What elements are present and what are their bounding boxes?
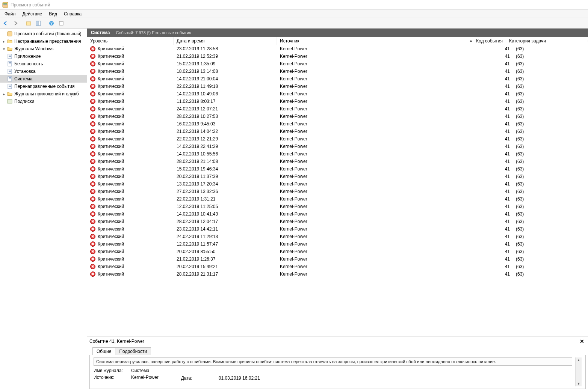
- event-level: Критический: [98, 226, 124, 232]
- expand-collapsed-icon[interactable]: ▸: [2, 92, 6, 96]
- tree-windows-logs[interactable]: ▾ Журналы Windows: [0, 45, 87, 53]
- nav-back-button[interactable]: [2, 19, 10, 27]
- expand-expanded-icon[interactable]: ▾: [2, 47, 6, 51]
- event-row[interactable]: ✖Критический14.02.2019 10:41:43Kernel-Po…: [87, 210, 588, 218]
- event-row[interactable]: ✖Критический23.02.2019 11:28:58Kernel-Po…: [87, 45, 588, 53]
- event-source: Kernel-Power: [277, 106, 483, 112]
- event-row[interactable]: ✖Критический15.02.2019 1:35:09Kernel-Pow…: [87, 60, 588, 68]
- event-level: Критический: [98, 241, 124, 247]
- menu-action[interactable]: Действие: [20, 11, 45, 17]
- critical-icon: ✖: [90, 241, 95, 247]
- event-row[interactable]: ✖Критический24.02.2019 11:29:13Kernel-Po…: [87, 233, 588, 240]
- toolbar-btn-1[interactable]: [24, 19, 33, 27]
- nav-forward-button[interactable]: [11, 19, 20, 27]
- event-row[interactable]: ✖Критический22.02.2019 11:49:18Kernel-Po…: [87, 83, 588, 90]
- event-level: Критический: [98, 61, 124, 66]
- critical-icon: ✖: [90, 256, 95, 262]
- col-level[interactable]: Уровень: [87, 37, 174, 45]
- menu-file[interactable]: Файл: [2, 11, 19, 17]
- event-date: 18.02.2019 13:14:08: [174, 69, 277, 74]
- event-row[interactable]: ✖Критический18.02.2019 13:14:08Kernel-Po…: [87, 68, 588, 75]
- tab-general[interactable]: Общие: [92, 347, 115, 355]
- tree-subscriptions[interactable]: Подписки: [0, 98, 87, 105]
- tree-log-system[interactable]: Система: [0, 75, 87, 83]
- event-row[interactable]: ✖Критический21.02.2019 14:04:22Kernel-Po…: [87, 128, 588, 135]
- tree-root[interactable]: Просмотр событий (Локальный): [0, 30, 87, 38]
- event-source: Kernel-Power: [277, 144, 483, 149]
- menubar: Файл Действие Вид Справка: [0, 10, 588, 18]
- event-row[interactable]: ✖Критический28.02.2019 21:31:17Kernel-Po…: [87, 270, 588, 278]
- event-date: 23.02.2019 11:28:58: [174, 46, 277, 51]
- tab-details[interactable]: Подробности: [115, 347, 151, 355]
- col-category[interactable]: Категория задачи: [506, 37, 581, 45]
- event-code: 41: [483, 106, 513, 112]
- event-row[interactable]: ✖Критический12.02.2019 11:57:47Kernel-Po…: [87, 240, 588, 248]
- toolbar-separator: [45, 20, 45, 27]
- tree-log-setup[interactable]: Установка: [0, 68, 87, 75]
- svg-rect-31: [8, 100, 12, 103]
- event-row[interactable]: ✖Критический15.02.2019 19:46:34Kernel-Po…: [87, 165, 588, 173]
- details-scrollbar[interactable]: ▲ ▼: [575, 357, 582, 386]
- help-button[interactable]: ?: [47, 19, 56, 27]
- event-row[interactable]: ✖Критический16.02.2019 9:45:03Kernel-Pow…: [87, 120, 588, 128]
- event-source: Kernel-Power: [277, 256, 483, 262]
- toolbar-btn-3[interactable]: [57, 19, 65, 27]
- event-code: 41: [483, 166, 513, 172]
- event-row[interactable]: ✖Критический20.02.2019 11:37:39Kernel-Po…: [87, 173, 588, 180]
- event-row[interactable]: ✖Критический28.02.2019 21:14:08Kernel-Po…: [87, 158, 588, 165]
- svg-rect-3: [3, 6, 7, 6]
- tree-custom-views[interactable]: ▸ Настраиваемые представления: [0, 38, 87, 45]
- list-body[interactable]: ✖Критический23.02.2019 11:28:58Kernel-Po…: [87, 45, 588, 336]
- col-scroll-spacer: [581, 40, 588, 42]
- event-row[interactable]: ✖Критический20.02.2019 8:55:50Kernel-Pow…: [87, 248, 588, 255]
- toolbar-btn-2[interactable]: [34, 19, 42, 27]
- event-row[interactable]: ✖Критический24.02.2019 12:07:21Kernel-Po…: [87, 105, 588, 113]
- col-code[interactable]: Код события: [476, 37, 506, 45]
- event-category: (63): [513, 226, 588, 232]
- tree-log-application[interactable]: Приложение: [0, 53, 87, 60]
- event-row[interactable]: ✖Критический23.02.2019 14:42:11Kernel-Po…: [87, 225, 588, 233]
- event-row[interactable]: ✖Критический14.02.2019 22:41:29Kernel-Po…: [87, 143, 588, 150]
- critical-icon: ✖: [90, 106, 95, 112]
- event-code: 41: [483, 61, 513, 66]
- event-row[interactable]: ✖Критический11.02.2019 8:03:17Kernel-Pow…: [87, 98, 588, 105]
- event-row[interactable]: ✖Критический27.02.2019 13:32:36Kernel-Po…: [87, 188, 588, 195]
- event-category: (63): [513, 241, 588, 247]
- expand-collapsed-icon[interactable]: ▸: [2, 39, 6, 44]
- tree-app-services-logs[interactable]: ▸ Журналы приложений и служб: [0, 90, 87, 98]
- col-source[interactable]: Источник▲: [277, 37, 476, 45]
- event-level: Критический: [98, 54, 124, 59]
- critical-icon: ✖: [90, 159, 95, 164]
- event-row[interactable]: ✖Критический28.02.2019 12:04:17Kernel-Po…: [87, 218, 588, 225]
- event-date: 14.02.2019 21:00:04: [174, 76, 277, 81]
- menu-view[interactable]: Вид: [46, 11, 60, 17]
- event-date: 24.02.2019 12:07:21: [174, 106, 277, 112]
- event-row[interactable]: ✖Критический22.02.2019 1:31:21Kernel-Pow…: [87, 195, 588, 203]
- event-row[interactable]: ✖Критический14.02.2019 10:55:56Kernel-Po…: [87, 150, 588, 158]
- event-level: Критический: [98, 151, 124, 157]
- event-category: (63): [513, 61, 588, 66]
- event-source: Kernel-Power: [277, 129, 483, 134]
- event-row[interactable]: ✖Критический13.02.2019 17:20:34Kernel-Po…: [87, 180, 588, 188]
- event-row[interactable]: ✖Критический12.02.2019 11:25:05Kernel-Po…: [87, 203, 588, 210]
- event-row[interactable]: ✖Критический22.02.2019 12:21:29Kernel-Po…: [87, 135, 588, 143]
- event-category: (63): [513, 144, 588, 149]
- event-date: 22.02.2019 1:31:21: [174, 196, 277, 202]
- menu-help[interactable]: Справка: [61, 11, 85, 17]
- tree-log-forwarded[interactable]: Перенаправленные события: [0, 83, 87, 90]
- event-row[interactable]: ✖Критический14.02.2019 21:00:04Kernel-Po…: [87, 75, 588, 83]
- event-level: Критический: [98, 256, 124, 262]
- tree-pane: Просмотр событий (Локальный) ▸ Настраива…: [0, 29, 87, 389]
- tree-log-security[interactable]: Безопасность: [0, 60, 87, 68]
- event-row[interactable]: ✖Критический28.02.2019 10:27:53Kernel-Po…: [87, 113, 588, 120]
- col-date[interactable]: Дата и время: [174, 37, 277, 45]
- event-row[interactable]: ✖Критический14.02.2019 10:49:06Kernel-Po…: [87, 90, 588, 98]
- event-row[interactable]: ✖Критический20.02.2019 15:49:21Kernel-Po…: [87, 263, 588, 270]
- event-source: Kernel-Power: [277, 241, 483, 247]
- close-details-button[interactable]: ✕: [578, 338, 586, 344]
- critical-icon: ✖: [90, 69, 95, 74]
- svg-rect-16: [9, 62, 11, 63]
- event-row[interactable]: ✖Критический21.02.2019 1:26:37Kernel-Pow…: [87, 255, 588, 263]
- event-row[interactable]: ✖Критический21.02.2019 12:52:39Kernel-Po…: [87, 53, 588, 60]
- svg-rect-18: [9, 64, 11, 64]
